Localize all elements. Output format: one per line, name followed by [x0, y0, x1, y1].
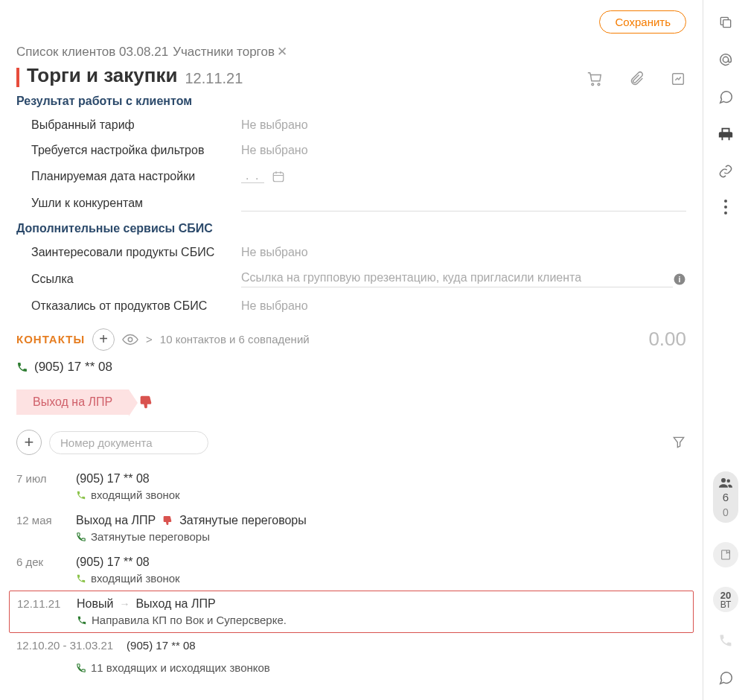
log-row[interactable]: 12 мая Выход на ЛПР Затянутые переговоры…	[9, 507, 694, 549]
section-heading: Результат работы с клиентом	[0, 90, 703, 112]
call-in-icon	[76, 573, 86, 584]
call-in-icon	[76, 490, 86, 500]
log-date: 6 дек	[16, 556, 76, 585]
call-out-icon	[76, 663, 86, 673]
log-date: 7 июл	[16, 472, 76, 501]
arrow-right-icon: →	[119, 598, 130, 610]
field-label: Ушли к конкурентам	[31, 197, 241, 210]
calendar-badge[interactable]: 20 ВТ	[713, 587, 738, 612]
svg-point-10	[721, 478, 726, 483]
page-title: Торги и закупки	[27, 64, 177, 87]
more-icon[interactable]	[724, 200, 727, 214]
mention-icon[interactable]	[717, 51, 735, 69]
section-heading: Дополнительные сервисы СБИС	[0, 217, 703, 240]
add-contact-button[interactable]: +	[92, 328, 115, 351]
calendar-icon[interactable]	[272, 170, 285, 183]
cart-icon[interactable]	[586, 71, 603, 87]
log-stage-to: Выход на ЛПР	[135, 597, 215, 611]
attachment-icon[interactable]	[628, 71, 645, 87]
field-value[interactable]: Не выбрано	[241, 144, 686, 157]
field-label: Выбранный тариф	[31, 118, 241, 132]
svg-point-11	[727, 480, 731, 483]
log-phone: (905) 17 ** 08	[127, 639, 196, 652]
log-sub: Затянутые переговоры	[91, 530, 210, 543]
info-icon[interactable]: i	[673, 273, 686, 286]
log-row[interactable]: 12.10.20 - 31.03.21 (905) 17 ** 08	[9, 633, 694, 658]
log-stage-from: Выход на ЛПР	[76, 514, 156, 527]
field-value[interactable]: Не выбрано	[241, 118, 686, 132]
log-stage-from: Новый	[77, 597, 113, 611]
calendar-dow: ВТ	[720, 600, 732, 609]
call-out-icon	[77, 615, 87, 626]
link-icon[interactable]	[717, 162, 735, 180]
call-out-icon	[76, 532, 86, 542]
phone-number[interactable]: (905) 17 ** 08	[34, 360, 112, 375]
log-stage-to: Затянутые переговоры	[179, 514, 307, 527]
print-icon[interactable]	[717, 125, 735, 143]
badge-zero: 0	[723, 506, 729, 518]
svg-point-1	[598, 83, 600, 86]
stage-tag[interactable]: Выход на ЛПР	[16, 389, 129, 415]
log-date: 12.11.21	[17, 597, 77, 626]
eye-icon[interactable]	[122, 334, 138, 346]
breadcrumb: Список клиентов 03.08.21 Участники торго…	[0, 34, 703, 60]
svg-point-0	[592, 83, 594, 86]
search-input[interactable]	[60, 436, 202, 449]
log-phone: (905) 17 ** 08	[76, 472, 150, 486]
log-date-range: 12.10.20 - 31.03.21	[16, 639, 113, 652]
log-phone: (905) 17 ** 08	[76, 556, 150, 569]
log-row[interactable]: 6 дек (905) 17 ** 08 входящий звонок	[9, 549, 694, 591]
svg-point-9	[723, 57, 728, 62]
amount: 0.00	[648, 328, 686, 351]
field-value[interactable]: Не выбрано	[241, 246, 686, 259]
calendar-day: 20	[720, 591, 731, 600]
save-button[interactable]: Сохранить	[599, 10, 686, 34]
svg-rect-3	[274, 172, 284, 181]
sign-icon[interactable]	[670, 71, 686, 87]
log-sub: входящий звонок	[91, 572, 180, 585]
people-badge[interactable]: 6 0	[713, 471, 738, 523]
people-icon	[719, 477, 732, 488]
chat-icon[interactable]	[717, 669, 735, 687]
copy-icon[interactable]	[717, 13, 735, 31]
field-label: Требуется настройка фильтров	[31, 144, 241, 157]
log-date: 12 мая	[16, 514, 76, 543]
chat-icon[interactable]	[717, 88, 735, 106]
add-document-button[interactable]: +	[16, 430, 42, 455]
search-box[interactable]	[49, 431, 208, 454]
contacts-heading: КОНТАКТЫ	[16, 333, 85, 346]
date-input[interactable]: . .	[241, 169, 264, 183]
field-label: Планируемая дата настройки	[31, 170, 241, 183]
field-label: Ссылка	[31, 273, 241, 286]
field-label: Отказались от продуктов СБИС	[31, 299, 241, 313]
expand-icon[interactable]: >	[146, 333, 153, 346]
field-value[interactable]	[241, 195, 686, 211]
log-sub: 11 входящих и исходящих звонков	[91, 661, 270, 674]
field-label: Заинтересовали продукты СБИС	[31, 246, 241, 259]
log-sub: Направила КП по Вок и Суперсверке.	[92, 614, 287, 626]
filter-icon[interactable]	[671, 435, 686, 450]
phone-icon[interactable]	[717, 631, 735, 649]
log-row[interactable]: 7 июл (905) 17 ** 08 входящий звонок	[9, 465, 694, 507]
thumbs-down-icon[interactable]	[138, 394, 154, 410]
badge-count: 6	[723, 491, 729, 503]
breadcrumb-item[interactable]: Список клиентов 03.08.21	[16, 45, 168, 60]
svg-text:i: i	[679, 275, 681, 284]
note-button[interactable]	[713, 542, 738, 567]
thumbs-down-icon	[162, 515, 173, 526]
svg-rect-12	[722, 550, 730, 559]
svg-rect-8	[723, 20, 731, 28]
breadcrumb-item[interactable]: Участники торгов	[173, 45, 275, 60]
svg-point-6	[128, 337, 132, 342]
log-row-highlighted[interactable]: 12.11.21 Новый → Выход на ЛПР Направила …	[9, 591, 694, 633]
link-input[interactable]: Ссылка на групповую презентацию, куда пр…	[241, 271, 673, 287]
close-icon[interactable]: ✕	[277, 44, 287, 60]
field-value[interactable]: Не выбрано	[241, 299, 686, 313]
page-date: 12.11.21	[185, 70, 243, 87]
log-sub: входящий звонок	[91, 489, 180, 501]
contacts-hint: 10 контактов и 6 совпадений	[160, 333, 310, 346]
phone-icon[interactable]	[16, 361, 28, 373]
accent-bar	[16, 68, 19, 87]
